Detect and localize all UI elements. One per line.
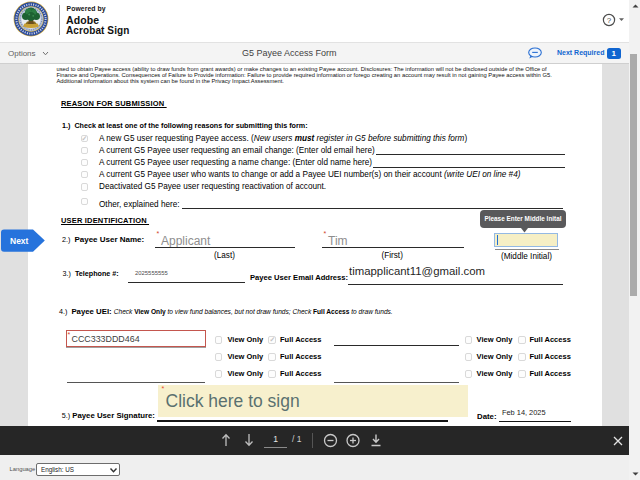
svg-text:Next: Next xyxy=(10,235,29,245)
svg-text:?: ? xyxy=(607,16,612,25)
